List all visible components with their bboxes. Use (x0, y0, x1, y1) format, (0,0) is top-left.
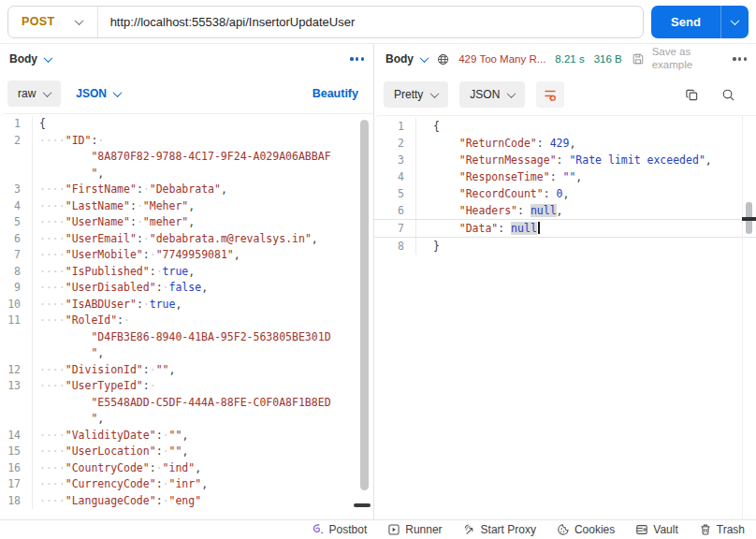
wrap-lines-button[interactable] (536, 81, 564, 108)
vault-icon (635, 523, 648, 536)
response-language-label: JSON (470, 88, 500, 101)
code-line: 11····"RoleId":· "D4FB3E86-8940-41BA-95F… (0, 313, 373, 362)
line-number: 3 (374, 152, 415, 168)
line-number: 5 (374, 185, 415, 202)
response-body-section-selector[interactable]: Body (385, 52, 428, 66)
code-line: 6····"UserEmail":·"debabrata.m@revalsys.… (0, 231, 373, 248)
url-input[interactable]: http://localhost:55538/api/InsertorUpdat… (98, 15, 368, 29)
trash-button[interactable]: Trash (699, 523, 745, 536)
code-line: 10····"IsABDUser":·true, (0, 297, 373, 313)
request-body-section-selector[interactable]: Body (9, 52, 51, 66)
code-line: 9····"UserDisabled":·false, (0, 280, 373, 297)
copy-icon[interactable] (685, 88, 699, 102)
request-section-label: Body (9, 52, 37, 66)
line-number: 9 (0, 280, 32, 297)
send-button[interactable]: Send (651, 6, 749, 38)
save-as-example-button[interactable]: Save as example (632, 46, 724, 72)
runner-label: Runner (405, 523, 442, 536)
raw-format-dropdown[interactable]: raw (7, 80, 61, 107)
cookies-label: Cookies (574, 523, 615, 536)
beautify-button[interactable]: Beautify (313, 87, 358, 100)
trash-label: Trash (717, 523, 745, 536)
line-number: 15 (0, 444, 32, 460)
code-line: 6 "Headers": null, (374, 202, 756, 219)
code-line: 17····"CurrencyCode":·"inr", (0, 476, 373, 493)
code-line: 2····"ID":· "8A870F82-9788-4C17-9F24-A02… (0, 133, 373, 182)
chevron-down-icon (44, 53, 53, 63)
send-options-button[interactable] (720, 6, 749, 38)
response-size[interactable]: 316 B (594, 53, 622, 65)
code-line: 13····"UserTypeId":· "E5548ADD-C5DF-444A… (0, 378, 373, 428)
response-section-label: Body (385, 52, 414, 66)
postbot-icon (312, 523, 325, 536)
line-number: 11 (0, 313, 32, 362)
code-line: 12····"DivisionId":·"", (0, 362, 373, 379)
line-number: 6 (0, 231, 32, 248)
response-time[interactable]: 8.21 s (555, 53, 584, 65)
code-line: 2 "ReturnCode": 429, (374, 135, 756, 152)
request-panel: Body raw JSON Beautify 1{2····" (0, 44, 374, 519)
runner-icon (387, 523, 400, 536)
raw-format-label: raw (18, 87, 36, 100)
body-format-toolbar: raw JSON Beautify (0, 74, 373, 113)
scrollbar-track (742, 116, 743, 519)
line-number: 12 (0, 362, 32, 379)
start-proxy-button[interactable]: Start Proxy (463, 523, 536, 536)
cookies-icon (557, 523, 570, 536)
code-line: 5····"UserName":·"meher", (0, 214, 373, 231)
line-number: 10 (0, 297, 32, 313)
postbot-button[interactable]: Postbot (312, 523, 368, 536)
runner-button[interactable]: Runner (387, 523, 442, 536)
line-number: 2 (0, 133, 32, 182)
horizontal-scrollbar-thumb[interactable] (354, 503, 371, 507)
request-bar: POST http://localhost:55538/api/Insertor… (0, 0, 756, 44)
start-proxy-icon (463, 523, 476, 536)
response-language-dropdown[interactable]: JSON (459, 81, 525, 108)
code-line: 7····"UserMobile":·"7749959081", (0, 247, 373, 264)
line-number: 8 (374, 238, 415, 255)
chevron-down-icon (430, 89, 440, 98)
line-number: 18 (0, 493, 32, 510)
postbot-label: Postbot (329, 523, 368, 536)
pane-resize-handle[interactable] (742, 217, 756, 221)
vault-button[interactable]: Vault (635, 523, 677, 536)
save-icon (632, 51, 645, 66)
trash-icon (699, 523, 712, 536)
status-badge[interactable]: 429 Too Many R... (458, 53, 545, 65)
send-label[interactable]: Send (651, 6, 720, 38)
code-line: 4····"LastName":·"Meher", (0, 198, 373, 215)
response-body-viewer[interactable]: 1{2 "ReturnCode": 429,3 "ReturnMessage":… (374, 115, 756, 519)
line-number: 17 (0, 476, 32, 493)
line-number: 5 (0, 214, 32, 231)
request-body-editor[interactable]: 1{2····"ID":· "8A870F82-9788-4C17-9F24-A… (0, 113, 373, 519)
line-number: 4 (374, 168, 415, 185)
chevron-down-icon (731, 16, 740, 25)
response-view-toolbar: Pretty JSON (374, 74, 756, 115)
code-line: 15····"UserLocation":·"", (0, 444, 373, 460)
language-label: JSON (76, 87, 107, 100)
code-line: 18····"LanguageCode":·"eng" (0, 493, 373, 510)
line-number: 1 (0, 116, 32, 133)
language-dropdown[interactable]: JSON (76, 87, 121, 100)
vertical-scrollbar-thumb[interactable] (360, 120, 369, 490)
more-tabs-icon[interactable] (350, 57, 364, 60)
chevron-down-icon (507, 89, 516, 98)
chevron-down-icon (43, 88, 52, 97)
line-number: 6 (374, 202, 415, 219)
method-label: POST (22, 15, 55, 28)
save-as-example-label: Save as example (652, 46, 724, 72)
search-icon[interactable] (721, 88, 735, 102)
response-more-actions-icon[interactable] (733, 57, 747, 60)
code-line: 8} (374, 238, 756, 255)
line-number: 7 (374, 220, 415, 237)
globe-icon[interactable] (437, 52, 449, 66)
chevron-down-icon (420, 53, 429, 63)
method-selector[interactable]: POST (8, 7, 97, 37)
line-number: 1 (374, 118, 415, 135)
pretty-view-dropdown[interactable]: Pretty (384, 81, 448, 108)
cookies-button[interactable]: Cookies (557, 523, 615, 536)
response-tools (685, 88, 747, 102)
code-line: 1{ (374, 118, 756, 135)
code-line: 3····"FirstName":·"Debabrata", (0, 182, 373, 198)
code-line: 4 "ResponseTime": "", (374, 168, 756, 185)
